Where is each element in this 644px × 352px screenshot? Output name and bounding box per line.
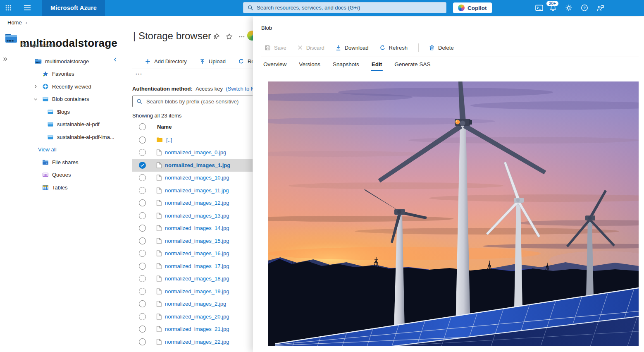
row-checkbox[interactable] [139, 338, 146, 345]
blob-name-link[interactable]: normalized_images_2.jpg [165, 301, 226, 307]
row-checkbox[interactable] [139, 313, 146, 320]
sidebar-item-logs[interactable]: $logs [0, 105, 127, 118]
blob-row[interactable]: normalized_images_16.jpg [132, 247, 253, 260]
tab-generate-sas[interactable]: Generate SAS [394, 61, 430, 71]
toolbar-overflow-button[interactable]: ... [136, 69, 143, 76]
blob-name-link[interactable]: normalized_images_13.jpg [165, 213, 229, 219]
blob-name-link[interactable]: normalized_images_18.jpg [165, 275, 229, 282]
tab-overview[interactable]: Overview [263, 61, 286, 71]
row-checkbox[interactable] [139, 149, 146, 156]
search-icon [136, 98, 143, 105]
row-checkbox[interactable] [139, 187, 146, 194]
auth-switch-link[interactable]: (Switch to Micros [226, 86, 253, 92]
blob-row[interactable]: normalized_images_11.jpg [132, 184, 253, 197]
row-checkbox[interactable] [139, 199, 146, 206]
tab-versions[interactable]: Versions [299, 61, 320, 71]
blob-row[interactable]: normalized_images_20.jpg [132, 310, 253, 323]
refresh-icon [238, 58, 244, 65]
row-checkbox[interactable] [139, 263, 146, 270]
blob-prefix-search-input[interactable] [145, 98, 253, 105]
sidebar-item-file-shares[interactable]: File shares [0, 156, 127, 169]
more-actions-icon[interactable] [239, 34, 245, 40]
global-search-input[interactable] [256, 4, 446, 11]
favorite-star-icon[interactable] [226, 33, 233, 40]
blob-row[interactable]: normalized_images_1.jpg [132, 159, 253, 172]
row-checkbox[interactable] [139, 250, 146, 257]
view-all-link[interactable]: View all [38, 146, 57, 153]
blob-name-link[interactable]: [..] [166, 137, 172, 143]
blob-row[interactable]: normalized_images_13.jpg [132, 209, 253, 222]
row-checkbox[interactable] [139, 237, 146, 244]
blob-name-link[interactable]: normalized_images_16.jpg [165, 250, 229, 256]
tree-item-label: Queues [52, 172, 71, 178]
blob-row[interactable]: normalized_images_19.jpg [132, 285, 253, 298]
help-icon[interactable]: ? [577, 0, 592, 16]
sidebar-item-blob-containers[interactable]: Blob containers [0, 93, 127, 106]
row-checkbox[interactable] [139, 225, 146, 232]
copilot-button[interactable]: Copilot [453, 2, 492, 13]
parent-directory-row[interactable]: [..] [132, 134, 253, 146]
blob-row[interactable]: normalized_images_0.jpg [132, 146, 253, 159]
blob-name-link[interactable]: normalized_images_12.jpg [165, 200, 229, 206]
blob-name-link[interactable]: normalized_images_19.jpg [165, 288, 229, 295]
row-checkbox[interactable] [139, 275, 146, 282]
sidebar-item-sustainable-ai-pdf[interactable]: sustainable-ai-pdf [0, 118, 127, 131]
tab-snapshots[interactable]: Snapshots [333, 61, 359, 71]
blob-row[interactable]: normalized_images_10.jpg [132, 172, 253, 184]
blob-name-link[interactable]: normalized_images_22.jpg [165, 339, 229, 345]
cloud-shell-icon[interactable] [532, 0, 546, 16]
blob-name-link[interactable]: normalized_images_15.jpg [165, 238, 229, 244]
blob-name-link[interactable]: normalized_images_17.jpg [165, 263, 229, 269]
refresh-button[interactable]: Refresh [379, 45, 408, 51]
blob-row[interactable]: normalized_images_14.jpg [132, 222, 253, 235]
blob-row[interactable]: normalized_images_21.jpg [132, 323, 253, 336]
settings-gear-icon[interactable] [561, 0, 576, 16]
blob-name-link[interactable]: normalized_images_14.jpg [165, 225, 229, 231]
blob-name-link[interactable]: normalized_images_21.jpg [165, 326, 229, 332]
blob-name-link[interactable]: normalized_images_11.jpg [165, 187, 229, 194]
sidebar-item-tables[interactable]: Tables [0, 181, 127, 194]
tab-edit[interactable]: Edit [372, 61, 382, 71]
blob-name-link[interactable]: normalized_images_10.jpg [165, 175, 229, 181]
row-checkbox-checked[interactable] [139, 162, 146, 169]
sidebar-item-view-all[interactable]: View all [0, 144, 127, 156]
blob-name-link[interactable]: normalized_images_20.jpg [165, 314, 229, 320]
global-search[interactable] [243, 2, 446, 13]
blob-name-link[interactable]: normalized_images_0.jpg [165, 149, 226, 156]
row-checkbox[interactable] [139, 212, 146, 219]
select-all-checkbox[interactable] [139, 123, 146, 130]
blob-row[interactable]: normalized_images_22.jpg [132, 335, 253, 348]
sidebar-item-sustainable-ai-pdf-ima[interactable]: sustainable-ai-pdf-ima... [0, 131, 127, 144]
blob-row[interactable]: normalized_images_18.jpg [132, 273, 253, 285]
sidebar-item-favorites[interactable]: Favorites [0, 68, 127, 81]
refresh-button[interactable]: Refresh [238, 58, 253, 65]
app-launcher-icon[interactable] [1, 0, 16, 16]
hamburger-menu-icon[interactable] [19, 0, 36, 16]
chevron-down-icon[interactable] [32, 97, 39, 102]
chevron-right-icon[interactable] [32, 84, 39, 89]
blob-row[interactable]: normalized_images_15.jpg [132, 235, 253, 247]
upload-button[interactable]: Upload [199, 58, 226, 65]
blob-row[interactable]: normalized_images_12.jpg [132, 197, 253, 210]
blob-row[interactable]: normalized_images_17.jpg [132, 260, 253, 273]
brand-home-link[interactable]: Microsoft Azure [42, 0, 105, 16]
blob-prefix-search[interactable] [132, 96, 253, 107]
sidebar-item-queues[interactable]: Queues [0, 169, 127, 182]
feedback-icon[interactable] [593, 0, 608, 16]
download-button[interactable]: Download [335, 45, 369, 51]
collapse-tree-icon[interactable] [112, 57, 118, 64]
blob-name-link[interactable]: normalized_images_1.jpg [165, 162, 230, 168]
row-checkbox[interactable] [139, 174, 146, 181]
row-checkbox[interactable] [139, 300, 146, 307]
row-checkbox[interactable] [139, 136, 146, 144]
row-checkbox[interactable] [139, 326, 146, 333]
sidebar-item-recently-viewed[interactable]: Recently viewed [0, 80, 127, 93]
breadcrumb-home[interactable]: Home [7, 19, 22, 26]
row-checkbox[interactable] [139, 288, 146, 295]
blob-row[interactable]: normalized_images_2.jpg [132, 298, 253, 311]
add-directory-button[interactable]: Add Directory [145, 58, 187, 65]
name-column-header[interactable]: Name [157, 124, 172, 130]
tree-root[interactable]: multimodalstorage [0, 55, 127, 68]
delete-button[interactable]: Delete [429, 45, 454, 51]
pin-icon[interactable] [213, 33, 220, 40]
